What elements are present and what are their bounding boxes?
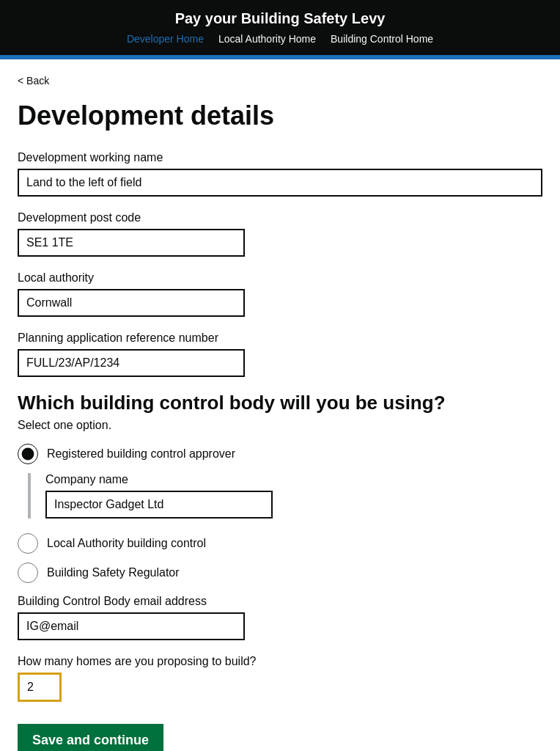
site-title: Pay your Building Safety Levy — [15, 10, 545, 27]
main-content: < Back Development details Development w… — [0, 59, 560, 751]
development-working-name-label: Development working name — [18, 151, 542, 164]
development-working-name-group: Development working name — [18, 151, 542, 197]
radio-item-registered[interactable]: Registered building control approver — [18, 444, 542, 464]
company-name-reveal: Company name — [28, 473, 542, 519]
building-control-radio-group: Registered building control approver Com… — [18, 444, 542, 583]
page-title: Development details — [18, 101, 542, 131]
development-post-code-label: Development post code — [18, 211, 542, 224]
radio-local-authority[interactable] — [18, 533, 38, 554]
bcb-email-input[interactable] — [18, 612, 245, 640]
main-nav: Developer Home Local Authority Home Buil… — [15, 33, 545, 45]
nav-building-control-home[interactable]: Building Control Home — [331, 33, 433, 45]
planning-app-ref-input[interactable] — [18, 349, 245, 377]
radio-local-authority-label[interactable]: Local Authority building control — [47, 537, 206, 550]
radio-bsr[interactable] — [18, 563, 38, 583]
planning-app-ref-label: Planning application reference number — [18, 331, 542, 345]
radio-item-bsr[interactable]: Building Safety Regulator — [18, 563, 542, 583]
local-authority-group: Local authority — [18, 271, 542, 317]
planning-app-ref-group: Planning application reference number — [18, 331, 542, 377]
local-authority-label: Local authority — [18, 271, 542, 285]
development-post-code-group: Development post code — [18, 211, 542, 257]
homes-count-group: How many homes are you proposing to buil… — [18, 655, 542, 702]
development-post-code-input[interactable] — [18, 229, 245, 257]
radio-registered[interactable] — [18, 444, 38, 464]
back-link[interactable]: < Back — [18, 75, 49, 87]
nav-local-authority-home[interactable]: Local Authority Home — [218, 33, 316, 45]
building-control-hint: Select one option. — [18, 419, 542, 432]
company-name-input[interactable] — [45, 491, 273, 519]
homes-count-input[interactable] — [18, 673, 62, 702]
save-continue-button[interactable]: Save and continue — [18, 724, 163, 751]
homes-count-label: How many homes are you proposing to buil… — [18, 655, 542, 668]
site-header: Pay your Building Safety Levy Developer … — [0, 0, 560, 55]
building-control-section-heading: Which building control body will you be … — [18, 392, 542, 414]
bcb-email-label: Building Control Body email address — [18, 595, 542, 608]
nav-developer-home[interactable]: Developer Home — [127, 33, 204, 45]
company-name-label: Company name — [45, 473, 542, 486]
local-authority-input[interactable] — [18, 289, 245, 317]
development-working-name-input[interactable] — [18, 169, 542, 197]
radio-bsr-label[interactable]: Building Safety Regulator — [47, 566, 180, 579]
bcb-email-group: Building Control Body email address — [18, 595, 542, 640]
radio-item-local-authority[interactable]: Local Authority building control — [18, 533, 542, 554]
radio-registered-label[interactable]: Registered building control approver — [47, 447, 235, 461]
company-name-group: Company name — [45, 473, 542, 519]
